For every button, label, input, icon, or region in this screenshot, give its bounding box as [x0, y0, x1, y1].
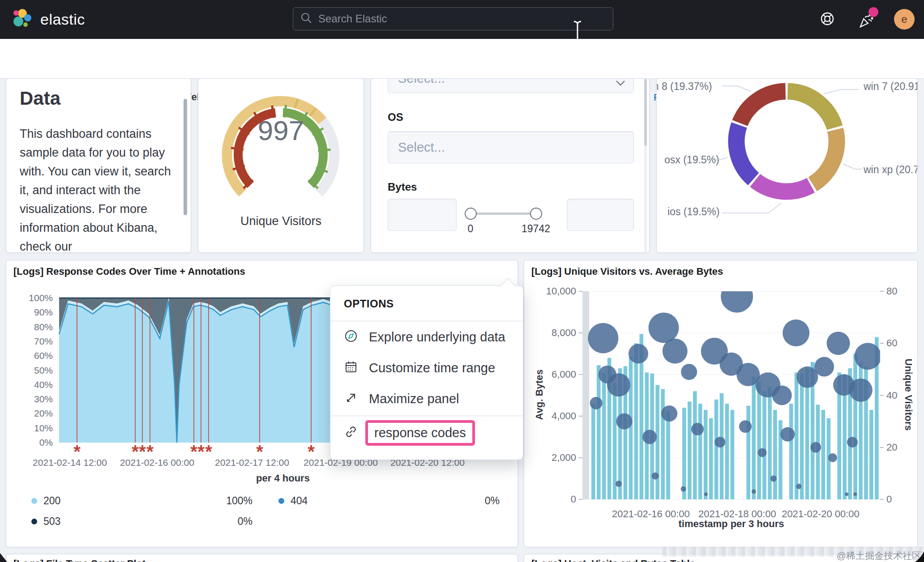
data-panel-body: This dashboard contains sample data for …: [20, 124, 173, 253]
top-navbar: elastic Search Elastic: [0, 0, 924, 39]
gauge-label: Unique Visitors: [198, 214, 364, 228]
svg-text:20: 20: [886, 442, 897, 453]
bytes-range-handle-min[interactable]: [465, 208, 477, 220]
bytes-max-input[interactable]: [567, 199, 634, 231]
data-panel-heading: Data: [20, 88, 173, 109]
corner-artifact: [0, 553, 9, 562]
legend-item-200[interactable]: 200 100%: [31, 495, 252, 507]
calendar-icon: [344, 360, 358, 376]
news-button[interactable]: [856, 11, 876, 30]
menu-item-label: response codes: [374, 426, 466, 440]
svg-text:0: 0: [571, 494, 576, 505]
legend-item-503[interactable]: 503 0%: [31, 515, 252, 528]
bytes-min-input[interactable]: [388, 199, 457, 231]
brand-text: elastic: [40, 11, 85, 28]
link-icon: [344, 425, 358, 441]
legend-label: 404: [291, 495, 308, 507]
menu-item-label: Explore underlying data: [369, 330, 505, 345]
search-placeholder: Search Elastic: [318, 13, 387, 25]
scrollbar[interactable]: [184, 99, 187, 215]
donut-label-win7: win 7 (20.91%): [864, 81, 918, 93]
corner-artifact: [915, 551, 924, 562]
svg-text:30%: 30%: [34, 394, 53, 404]
legend-label: 200: [43, 495, 60, 507]
svg-text:10%: 10%: [34, 423, 53, 433]
left-axis-title: Avg. Bytes: [534, 370, 545, 420]
compass-icon: [344, 329, 358, 345]
menu-item-explore-underlying-data[interactable]: Explore underlying data: [330, 323, 523, 351]
svg-text:90%: 90%: [34, 307, 53, 317]
help-button[interactable]: [817, 10, 837, 30]
bytes-range-min-value: 0: [468, 223, 474, 235]
svg-text:40%: 40%: [34, 379, 53, 390]
svg-text:100%: 100%: [29, 293, 53, 303]
svg-text:0: 0: [886, 494, 892, 505]
panel-controls: Select... OS Select... Bytes 0 19742: [371, 78, 650, 253]
panel-title: [Logs] Host, Visits and Bytes Table: [531, 558, 695, 562]
bytes-range-max-value: 19742: [522, 223, 550, 235]
elastic-brand[interactable]: elastic: [13, 8, 85, 31]
elastic-logo-icon: [13, 8, 33, 31]
menu-item-response-codes[interactable]: response codes: [330, 417, 523, 448]
user-avatar[interactable]: e: [894, 9, 915, 30]
watermark-text: @稀土掘金技术社区: [837, 549, 921, 562]
panel-visitors-vs-bytes[interactable]: [Logs] Unique Visitors vs. Average Bytes…: [524, 260, 918, 547]
panel-data-markdown[interactable]: Data This dashboard contains sample data…: [6, 78, 191, 253]
right-axis-title: Unique Visitors: [903, 359, 914, 431]
svg-text:50%: 50%: [34, 365, 53, 375]
legend-label: 503: [43, 515, 60, 528]
panel-options-menu: OPTIONS Explore underlying data: [330, 285, 523, 460]
maximize-icon: [344, 391, 358, 407]
scrollbar[interactable]: [644, 79, 647, 252]
legend-value: 0%: [238, 515, 252, 528]
os-select[interactable]: Select...: [388, 131, 634, 163]
svg-text:*: *: [205, 442, 212, 461]
avatar-initial: e: [901, 13, 907, 26]
legend-dot: [278, 498, 284, 504]
select-placeholder: Select...: [388, 78, 445, 86]
chevron-down-icon: [616, 80, 625, 88]
panel-file-type-scatter[interactable]: [Logs] File Type Scatter Plot: [6, 554, 518, 562]
x-axis-title: timestamp per 3 hours: [582, 518, 880, 530]
svg-text:2021-02-16 00:00: 2021-02-16 00:00: [120, 457, 194, 468]
gauge-value: 997: [198, 115, 364, 146]
dashboard-header-bar: D Dashboard / [Logs] Web Traffic Full sc…: [0, 39, 924, 79]
svg-text:2021-02-14 12:00: 2021-02-14 12:00: [33, 457, 107, 468]
donut-label-winxp: win xp (20.72%): [864, 164, 918, 176]
highlight-box: response codes: [365, 420, 475, 446]
os-control-label: OS: [388, 111, 403, 123]
legend-dot: [31, 519, 37, 524]
global-search-input[interactable]: Search Elastic: [293, 7, 613, 30]
svg-text:60%: 60%: [34, 350, 53, 361]
menu-item-label: Maximize panel: [369, 392, 459, 406]
panel-title: [Logs] File Type Scatter Plot: [13, 558, 145, 562]
bytes-control-label: Bytes: [388, 181, 417, 193]
svg-text:6,000: 6,000: [552, 369, 576, 380]
svg-text:70%: 70%: [34, 336, 53, 346]
svg-text:0%: 0%: [39, 437, 53, 447]
bytes-range-handle-max[interactable]: [530, 208, 542, 220]
search-icon: [300, 12, 312, 26]
legend-value: 100%: [226, 495, 252, 507]
svg-text:60: 60: [886, 337, 897, 349]
svg-text:40: 40: [886, 390, 897, 401]
divider: [330, 321, 523, 321]
donut-label-win8: win 8 (19.37%): [656, 81, 712, 93]
donut-label-ios: ios (19.5%): [667, 206, 719, 218]
legend-value: 0%: [485, 495, 500, 507]
notification-badge: [868, 7, 878, 17]
bytes-range-track[interactable]: [471, 213, 536, 215]
donut-label-osx: osx (19.5%): [664, 154, 719, 166]
select-placeholder: Select...: [388, 140, 445, 155]
bubble-bar-chart[interactable]: 10,0008,0006,0004,0002,00008060402002021…: [524, 260, 917, 547]
legend-item-404[interactable]: 404 0%: [278, 495, 500, 507]
svg-text:4,000: 4,000: [552, 410, 576, 422]
svg-text:20%: 20%: [34, 408, 53, 418]
panel-os-donut[interactable]: win 8 (19.37%) win 7 (20.91%) osx (19.5%…: [656, 78, 918, 253]
menu-item-maximize-panel[interactable]: Maximize panel: [330, 384, 523, 413]
menu-item-customize-time-range[interactable]: Customize time range: [330, 353, 523, 382]
svg-text:80%: 80%: [34, 322, 53, 332]
filter-select-clipped[interactable]: Select...: [388, 78, 634, 93]
panel-unique-visitors-gauge[interactable]: 997 Unique Visitors: [198, 78, 364, 253]
svg-text:*: *: [197, 442, 205, 461]
